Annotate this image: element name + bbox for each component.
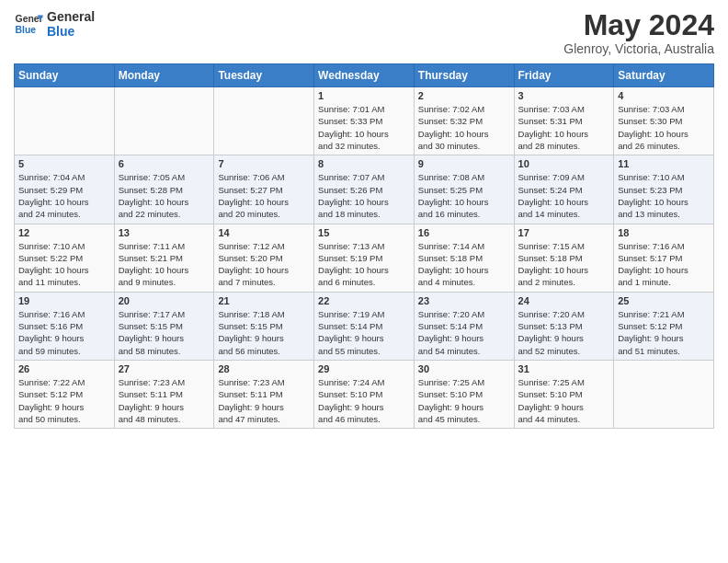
calendar-cell: 28Sunrise: 7:23 AM Sunset: 5:11 PM Dayli… <box>214 360 314 428</box>
month-year: May 2024 <box>563 9 714 41</box>
day-info: Sunrise: 7:09 AM Sunset: 5:24 PM Dayligh… <box>518 171 610 220</box>
day-info: Sunrise: 7:03 AM Sunset: 5:30 PM Dayligh… <box>618 103 710 152</box>
day-info: Sunrise: 7:12 AM Sunset: 5:20 PM Dayligh… <box>218 240 310 289</box>
calendar-cell: 9Sunrise: 7:08 AM Sunset: 5:25 PM Daylig… <box>414 155 514 224</box>
calendar: SundayMondayTuesdayWednesdayThursdayFrid… <box>14 63 714 429</box>
calendar-cell: 21Sunrise: 7:18 AM Sunset: 5:15 PM Dayli… <box>214 292 314 360</box>
header: General Blue GeneralBlue May 2024 Glenro… <box>14 9 714 56</box>
calendar-cell: 3Sunrise: 7:03 AM Sunset: 5:31 PM Daylig… <box>514 87 614 155</box>
day-info: Sunrise: 7:14 AM Sunset: 5:18 PM Dayligh… <box>418 240 510 289</box>
day-number: 22 <box>318 295 410 306</box>
calendar-cell: 18Sunrise: 7:16 AM Sunset: 5:17 PM Dayli… <box>614 224 714 292</box>
day-number: 1 <box>318 90 410 101</box>
day-number: 30 <box>418 363 510 374</box>
svg-text:Blue: Blue <box>16 25 37 35</box>
day-info: Sunrise: 7:17 AM Sunset: 5:15 PM Dayligh… <box>119 308 210 357</box>
calendar-cell: 14Sunrise: 7:12 AM Sunset: 5:20 PM Dayli… <box>214 224 314 292</box>
calendar-cell: 26Sunrise: 7:22 AM Sunset: 5:12 PM Dayli… <box>15 360 115 428</box>
day-info: Sunrise: 7:21 AM Sunset: 5:12 PM Dayligh… <box>618 308 710 357</box>
calendar-cell: 7Sunrise: 7:06 AM Sunset: 5:27 PM Daylig… <box>214 155 314 224</box>
day-number: 12 <box>18 227 110 238</box>
calendar-cell: 19Sunrise: 7:16 AM Sunset: 5:16 PM Dayli… <box>15 292 115 360</box>
calendar-week-2: 5Sunrise: 7:04 AM Sunset: 5:29 PM Daylig… <box>15 155 714 224</box>
calendar-cell: 23Sunrise: 7:20 AM Sunset: 5:14 PM Dayli… <box>414 292 514 360</box>
day-info: Sunrise: 7:04 AM Sunset: 5:29 PM Dayligh… <box>18 171 110 220</box>
calendar-cell <box>114 87 214 155</box>
day-number: 29 <box>318 363 410 374</box>
day-number: 9 <box>418 158 510 169</box>
calendar-cell: 12Sunrise: 7:10 AM Sunset: 5:22 PM Dayli… <box>15 224 115 292</box>
day-info: Sunrise: 7:16 AM Sunset: 5:16 PM Dayligh… <box>18 308 110 357</box>
day-info: Sunrise: 7:13 AM Sunset: 5:19 PM Dayligh… <box>318 240 410 289</box>
day-info: Sunrise: 7:20 AM Sunset: 5:13 PM Dayligh… <box>518 308 610 357</box>
calendar-cell: 4Sunrise: 7:03 AM Sunset: 5:30 PM Daylig… <box>614 87 714 155</box>
day-number: 31 <box>518 363 610 374</box>
logo-icon: General Blue <box>14 9 43 39</box>
calendar-week-3: 12Sunrise: 7:10 AM Sunset: 5:22 PM Dayli… <box>15 224 714 292</box>
calendar-cell: 24Sunrise: 7:20 AM Sunset: 5:13 PM Dayli… <box>514 292 614 360</box>
calendar-cell: 8Sunrise: 7:07 AM Sunset: 5:26 PM Daylig… <box>314 155 415 224</box>
day-number: 25 <box>618 295 710 306</box>
weekday-header-row: SundayMondayTuesdayWednesdayThursdayFrid… <box>15 64 714 87</box>
day-number: 21 <box>218 295 310 306</box>
day-info: Sunrise: 7:23 AM Sunset: 5:11 PM Dayligh… <box>218 376 310 425</box>
location: Glenroy, Victoria, Australia <box>563 41 714 56</box>
calendar-cell <box>15 87 115 155</box>
day-number: 13 <box>119 227 210 238</box>
day-info: Sunrise: 7:25 AM Sunset: 5:10 PM Dayligh… <box>418 376 510 425</box>
calendar-cell: 6Sunrise: 7:05 AM Sunset: 5:28 PM Daylig… <box>114 155 214 224</box>
calendar-cell: 27Sunrise: 7:23 AM Sunset: 5:11 PM Dayli… <box>114 360 214 428</box>
calendar-cell: 16Sunrise: 7:14 AM Sunset: 5:18 PM Dayli… <box>414 224 514 292</box>
day-info: Sunrise: 7:23 AM Sunset: 5:11 PM Dayligh… <box>119 376 210 425</box>
day-info: Sunrise: 7:19 AM Sunset: 5:14 PM Dayligh… <box>318 308 410 357</box>
day-number: 3 <box>518 90 610 101</box>
day-number: 19 <box>18 295 110 306</box>
day-number: 7 <box>218 158 310 169</box>
day-number: 11 <box>618 158 710 169</box>
calendar-cell: 2Sunrise: 7:02 AM Sunset: 5:32 PM Daylig… <box>414 87 514 155</box>
day-info: Sunrise: 7:24 AM Sunset: 5:10 PM Dayligh… <box>318 376 410 425</box>
calendar-cell: 31Sunrise: 7:25 AM Sunset: 5:10 PM Dayli… <box>514 360 614 428</box>
day-info: Sunrise: 7:06 AM Sunset: 5:27 PM Dayligh… <box>218 171 310 220</box>
calendar-cell: 1Sunrise: 7:01 AM Sunset: 5:33 PM Daylig… <box>314 87 415 155</box>
day-info: Sunrise: 7:10 AM Sunset: 5:22 PM Dayligh… <box>18 240 110 289</box>
calendar-cell: 11Sunrise: 7:10 AM Sunset: 5:23 PM Dayli… <box>614 155 714 224</box>
calendar-week-1: 1Sunrise: 7:01 AM Sunset: 5:33 PM Daylig… <box>15 87 714 155</box>
calendar-cell: 17Sunrise: 7:15 AM Sunset: 5:18 PM Dayli… <box>514 224 614 292</box>
day-number: 18 <box>618 227 710 238</box>
logo-text: GeneralBlue <box>47 9 95 39</box>
day-number: 16 <box>418 227 510 238</box>
day-info: Sunrise: 7:01 AM Sunset: 5:33 PM Dayligh… <box>318 103 410 152</box>
day-number: 15 <box>318 227 410 238</box>
page: General Blue GeneralBlue May 2024 Glenro… <box>0 0 728 563</box>
day-info: Sunrise: 7:03 AM Sunset: 5:31 PM Dayligh… <box>518 103 610 152</box>
logo: General Blue GeneralBlue <box>14 9 95 39</box>
calendar-cell: 5Sunrise: 7:04 AM Sunset: 5:29 PM Daylig… <box>15 155 115 224</box>
calendar-cell: 30Sunrise: 7:25 AM Sunset: 5:10 PM Dayli… <box>414 360 514 428</box>
title-block: May 2024 Glenroy, Victoria, Australia <box>563 9 714 56</box>
weekday-header-saturday: Saturday <box>614 64 714 87</box>
day-number: 26 <box>18 363 110 374</box>
day-number: 6 <box>119 158 210 169</box>
day-number: 4 <box>618 90 710 101</box>
day-info: Sunrise: 7:16 AM Sunset: 5:17 PM Dayligh… <box>618 240 710 289</box>
day-number: 2 <box>418 90 510 101</box>
day-info: Sunrise: 7:15 AM Sunset: 5:18 PM Dayligh… <box>518 240 610 289</box>
day-info: Sunrise: 7:02 AM Sunset: 5:32 PM Dayligh… <box>418 103 510 152</box>
day-info: Sunrise: 7:05 AM Sunset: 5:28 PM Dayligh… <box>119 171 210 220</box>
day-number: 28 <box>218 363 310 374</box>
calendar-cell: 13Sunrise: 7:11 AM Sunset: 5:21 PM Dayli… <box>114 224 214 292</box>
calendar-cell: 29Sunrise: 7:24 AM Sunset: 5:10 PM Dayli… <box>314 360 415 428</box>
calendar-week-5: 26Sunrise: 7:22 AM Sunset: 5:12 PM Dayli… <box>15 360 714 428</box>
weekday-header-wednesday: Wednesday <box>314 64 415 87</box>
day-number: 8 <box>318 158 410 169</box>
weekday-header-thursday: Thursday <box>414 64 514 87</box>
day-info: Sunrise: 7:25 AM Sunset: 5:10 PM Dayligh… <box>518 376 610 425</box>
day-info: Sunrise: 7:07 AM Sunset: 5:26 PM Dayligh… <box>318 171 410 220</box>
day-number: 17 <box>518 227 610 238</box>
day-number: 5 <box>18 158 110 169</box>
day-info: Sunrise: 7:10 AM Sunset: 5:23 PM Dayligh… <box>618 171 710 220</box>
day-info: Sunrise: 7:08 AM Sunset: 5:25 PM Dayligh… <box>418 171 510 220</box>
calendar-cell: 20Sunrise: 7:17 AM Sunset: 5:15 PM Dayli… <box>114 292 214 360</box>
day-number: 27 <box>119 363 210 374</box>
